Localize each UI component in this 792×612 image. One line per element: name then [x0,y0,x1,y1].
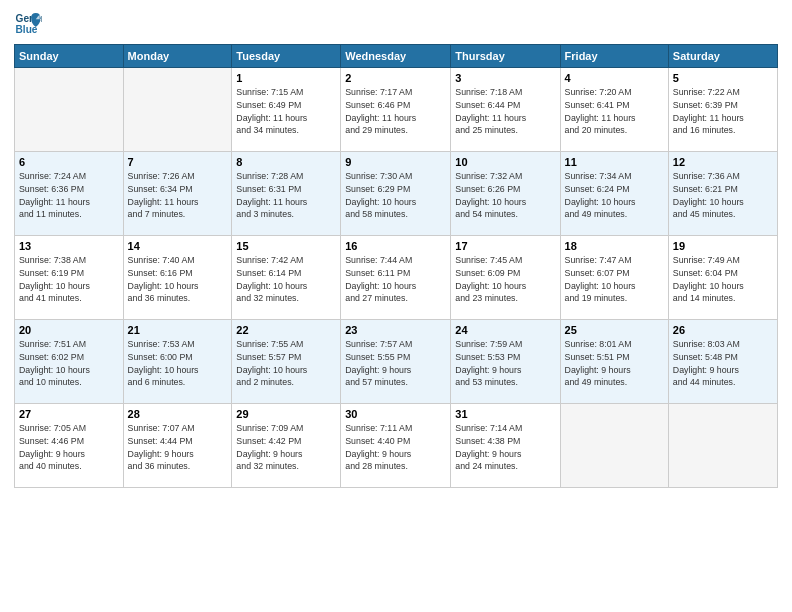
day-number: 1 [236,72,336,84]
weekday-header-sunday: Sunday [15,45,124,68]
calendar-cell: 16Sunrise: 7:44 AM Sunset: 6:11 PM Dayli… [341,236,451,320]
day-number: 6 [19,156,119,168]
day-detail: Sunrise: 7:59 AM Sunset: 5:53 PM Dayligh… [455,338,555,389]
day-number: 31 [455,408,555,420]
calendar-cell: 13Sunrise: 7:38 AM Sunset: 6:19 PM Dayli… [15,236,124,320]
calendar-cell [560,404,668,488]
calendar-week-3: 13Sunrise: 7:38 AM Sunset: 6:19 PM Dayli… [15,236,778,320]
day-number: 18 [565,240,664,252]
day-number: 9 [345,156,446,168]
day-number: 10 [455,156,555,168]
day-number: 28 [128,408,228,420]
calendar-week-2: 6Sunrise: 7:24 AM Sunset: 6:36 PM Daylig… [15,152,778,236]
weekday-header-thursday: Thursday [451,45,560,68]
calendar-cell: 6Sunrise: 7:24 AM Sunset: 6:36 PM Daylig… [15,152,124,236]
logo-icon: General Blue [14,10,42,38]
calendar-week-1: 1Sunrise: 7:15 AM Sunset: 6:49 PM Daylig… [15,68,778,152]
day-number: 2 [345,72,446,84]
weekday-header-row: SundayMondayTuesdayWednesdayThursdayFrid… [15,45,778,68]
calendar-cell: 29Sunrise: 7:09 AM Sunset: 4:42 PM Dayli… [232,404,341,488]
calendar-cell: 19Sunrise: 7:49 AM Sunset: 6:04 PM Dayli… [668,236,777,320]
calendar-body: 1Sunrise: 7:15 AM Sunset: 6:49 PM Daylig… [15,68,778,488]
day-detail: Sunrise: 7:44 AM Sunset: 6:11 PM Dayligh… [345,254,446,305]
day-detail: Sunrise: 7:18 AM Sunset: 6:44 PM Dayligh… [455,86,555,137]
day-detail: Sunrise: 8:03 AM Sunset: 5:48 PM Dayligh… [673,338,773,389]
calendar-cell [15,68,124,152]
day-detail: Sunrise: 7:36 AM Sunset: 6:21 PM Dayligh… [673,170,773,221]
day-number: 3 [455,72,555,84]
day-detail: Sunrise: 7:11 AM Sunset: 4:40 PM Dayligh… [345,422,446,473]
calendar-week-5: 27Sunrise: 7:05 AM Sunset: 4:46 PM Dayli… [15,404,778,488]
calendar-cell: 23Sunrise: 7:57 AM Sunset: 5:55 PM Dayli… [341,320,451,404]
day-number: 30 [345,408,446,420]
day-detail: Sunrise: 7:09 AM Sunset: 4:42 PM Dayligh… [236,422,336,473]
day-number: 8 [236,156,336,168]
weekday-header-wednesday: Wednesday [341,45,451,68]
day-number: 15 [236,240,336,252]
calendar-cell: 27Sunrise: 7:05 AM Sunset: 4:46 PM Dayli… [15,404,124,488]
day-number: 22 [236,324,336,336]
day-detail: Sunrise: 7:49 AM Sunset: 6:04 PM Dayligh… [673,254,773,305]
day-detail: Sunrise: 7:38 AM Sunset: 6:19 PM Dayligh… [19,254,119,305]
day-number: 14 [128,240,228,252]
weekday-header-tuesday: Tuesday [232,45,341,68]
day-number: 25 [565,324,664,336]
calendar-cell: 2Sunrise: 7:17 AM Sunset: 6:46 PM Daylig… [341,68,451,152]
weekday-header-friday: Friday [560,45,668,68]
day-number: 23 [345,324,446,336]
day-number: 20 [19,324,119,336]
day-detail: Sunrise: 7:57 AM Sunset: 5:55 PM Dayligh… [345,338,446,389]
calendar-cell: 14Sunrise: 7:40 AM Sunset: 6:16 PM Dayli… [123,236,232,320]
calendar-cell [123,68,232,152]
calendar-cell: 15Sunrise: 7:42 AM Sunset: 6:14 PM Dayli… [232,236,341,320]
calendar-cell: 1Sunrise: 7:15 AM Sunset: 6:49 PM Daylig… [232,68,341,152]
calendar-cell: 20Sunrise: 7:51 AM Sunset: 6:02 PM Dayli… [15,320,124,404]
day-detail: Sunrise: 7:47 AM Sunset: 6:07 PM Dayligh… [565,254,664,305]
day-detail: Sunrise: 7:17 AM Sunset: 6:46 PM Dayligh… [345,86,446,137]
day-detail: Sunrise: 7:20 AM Sunset: 6:41 PM Dayligh… [565,86,664,137]
day-number: 12 [673,156,773,168]
day-number: 21 [128,324,228,336]
day-number: 11 [565,156,664,168]
day-number: 4 [565,72,664,84]
day-detail: Sunrise: 7:42 AM Sunset: 6:14 PM Dayligh… [236,254,336,305]
day-detail: Sunrise: 7:24 AM Sunset: 6:36 PM Dayligh… [19,170,119,221]
day-detail: Sunrise: 7:53 AM Sunset: 6:00 PM Dayligh… [128,338,228,389]
calendar-table: SundayMondayTuesdayWednesdayThursdayFrid… [14,44,778,488]
calendar-cell: 3Sunrise: 7:18 AM Sunset: 6:44 PM Daylig… [451,68,560,152]
weekday-header-saturday: Saturday [668,45,777,68]
day-detail: Sunrise: 7:07 AM Sunset: 4:44 PM Dayligh… [128,422,228,473]
day-detail: Sunrise: 7:22 AM Sunset: 6:39 PM Dayligh… [673,86,773,137]
day-number: 24 [455,324,555,336]
day-number: 16 [345,240,446,252]
header: General Blue [14,10,778,38]
calendar-cell: 30Sunrise: 7:11 AM Sunset: 4:40 PM Dayli… [341,404,451,488]
calendar-cell: 11Sunrise: 7:34 AM Sunset: 6:24 PM Dayli… [560,152,668,236]
day-number: 5 [673,72,773,84]
day-detail: Sunrise: 7:26 AM Sunset: 6:34 PM Dayligh… [128,170,228,221]
calendar-cell: 25Sunrise: 8:01 AM Sunset: 5:51 PM Dayli… [560,320,668,404]
day-number: 29 [236,408,336,420]
day-number: 19 [673,240,773,252]
calendar-cell: 22Sunrise: 7:55 AM Sunset: 5:57 PM Dayli… [232,320,341,404]
day-detail: Sunrise: 7:34 AM Sunset: 6:24 PM Dayligh… [565,170,664,221]
calendar-cell: 9Sunrise: 7:30 AM Sunset: 6:29 PM Daylig… [341,152,451,236]
weekday-header-monday: Monday [123,45,232,68]
day-detail: Sunrise: 7:40 AM Sunset: 6:16 PM Dayligh… [128,254,228,305]
calendar-cell: 28Sunrise: 7:07 AM Sunset: 4:44 PM Dayli… [123,404,232,488]
day-detail: Sunrise: 7:15 AM Sunset: 6:49 PM Dayligh… [236,86,336,137]
day-number: 17 [455,240,555,252]
calendar-cell: 21Sunrise: 7:53 AM Sunset: 6:00 PM Dayli… [123,320,232,404]
day-detail: Sunrise: 7:28 AM Sunset: 6:31 PM Dayligh… [236,170,336,221]
day-number: 13 [19,240,119,252]
calendar-cell: 31Sunrise: 7:14 AM Sunset: 4:38 PM Dayli… [451,404,560,488]
calendar-header: SundayMondayTuesdayWednesdayThursdayFrid… [15,45,778,68]
calendar-cell: 18Sunrise: 7:47 AM Sunset: 6:07 PM Dayli… [560,236,668,320]
day-detail: Sunrise: 7:14 AM Sunset: 4:38 PM Dayligh… [455,422,555,473]
calendar-page: General Blue SundayMondayTuesdayWednesda… [0,0,792,612]
calendar-cell: 8Sunrise: 7:28 AM Sunset: 6:31 PM Daylig… [232,152,341,236]
day-number: 7 [128,156,228,168]
calendar-cell: 24Sunrise: 7:59 AM Sunset: 5:53 PM Dayli… [451,320,560,404]
day-number: 26 [673,324,773,336]
calendar-cell [668,404,777,488]
